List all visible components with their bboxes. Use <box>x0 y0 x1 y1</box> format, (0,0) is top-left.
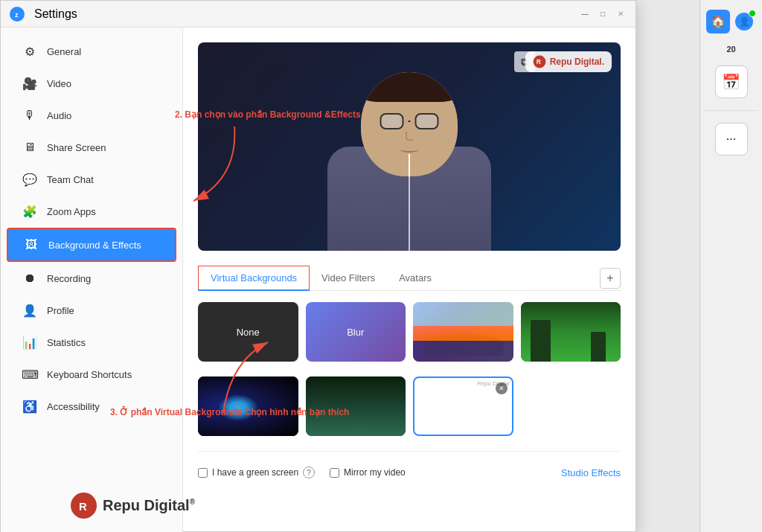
right-panel: 🏠 👤 20 📅 ··· <box>699 0 762 532</box>
repu-digital-text: Repu Digital® <box>103 497 195 514</box>
background-green-nature[interactable] <box>521 302 621 362</box>
tab-video-filters[interactable]: Video Filters <box>310 266 387 291</box>
empty-slot <box>521 376 621 436</box>
repu-digital-branding: R Repu Digital® <box>71 493 195 519</box>
sidebar-item-background-effects[interactable]: 🖼 Background & Effects <box>7 228 176 262</box>
mirror-video-label: Mirror my video <box>344 467 406 478</box>
profile-icon: 👤 <box>22 302 38 318</box>
team-chat-icon: 💬 <box>22 171 38 188</box>
panel-icon-2[interactable]: 👤 <box>732 10 756 33</box>
sidebar-item-profile[interactable]: 👤 Profile <box>7 295 176 326</box>
background-grid: None Blur <box>198 302 621 362</box>
settings-title: Settings <box>34 7 77 21</box>
green-screen-checkbox[interactable] <box>198 468 208 478</box>
settings-titlebar: z Settings — □ ✕ <box>1 1 635 28</box>
sidebar-item-keyboard-shortcuts[interactable]: ⌨ Keyboard Shortcuts <box>7 359 176 390</box>
audio-icon: 🎙 <box>22 107 38 124</box>
add-background-button[interactable]: + <box>600 268 621 289</box>
background-golden-gate[interactable] <box>413 302 513 362</box>
remove-background-button[interactable]: ✕ <box>496 382 508 394</box>
accessibility-icon: ♿ <box>22 398 38 414</box>
svg-text:z: z <box>15 11 19 19</box>
svg-text:R: R <box>79 500 87 513</box>
green-screen-help-icon[interactable]: ? <box>303 467 315 478</box>
green-screen-option[interactable]: I have a green screen ? <box>198 467 315 478</box>
panel-icon-more[interactable]: ··· <box>715 123 748 156</box>
statistics-icon: 📊 <box>22 334 38 350</box>
sidebar-item-zoom-apps[interactable]: 🧩 Zoom Apps <box>7 196 176 227</box>
panel-icon-calendar[interactable]: 📅 <box>715 65 748 98</box>
titlebar-controls: — □ ✕ <box>579 8 627 20</box>
settings-window: z Settings — □ ✕ ⚙ General 🎥 Video 🎙 Aud… <box>0 0 636 532</box>
close-button[interactable]: ✕ <box>615 8 627 20</box>
repu-logo-circle: R <box>71 493 97 519</box>
background-none[interactable]: None <box>198 302 298 362</box>
background-tabs: Virtual Backgrounds Video Filters Avatar… <box>198 266 621 291</box>
recording-icon: ⏺ <box>22 270 38 286</box>
zoom-apps-icon: 🧩 <box>22 203 38 219</box>
sidebar-item-statistics[interactable]: 📊 Statistics <box>7 327 176 358</box>
zoom-logo-icon: z <box>10 7 25 22</box>
sidebar-item-recording[interactable]: ⏺ Recording <box>7 263 176 294</box>
sidebar-item-video[interactable]: 🎥 Video <box>7 68 176 99</box>
settings-body: ⚙ General 🎥 Video 🎙 Audio 🖥 Share Screen… <box>1 28 635 532</box>
green-screen-label: I have a green screen <box>212 467 298 478</box>
annotation-step2: 2. Bạn chọn vào phần Background &Effects <box>175 108 361 122</box>
sidebar-item-general[interactable]: ⚙ General <box>7 36 176 67</box>
keyboard-shortcuts-icon: ⌨ <box>22 366 38 382</box>
general-icon: ⚙ <box>22 43 38 60</box>
panel-icon-1[interactable]: 🏠 <box>706 10 730 33</box>
video-icon: 🎥 <box>22 75 38 92</box>
annotation-step3: 3. Ở phần Virtual Backgrounds Chọn hình … <box>110 406 349 420</box>
settings-sidebar: ⚙ General 🎥 Video 🎙 Audio 🖥 Share Screen… <box>1 28 183 532</box>
minimize-button[interactable]: — <box>579 8 591 20</box>
video-preview: ⧉ R Repu Digital. <box>198 42 621 251</box>
panel-number: 20 <box>726 45 735 54</box>
background-custom-selected[interactable]: Repu Digital ✕ <box>413 376 513 436</box>
background-blur[interactable]: Blur <box>306 302 406 362</box>
sidebar-item-team-chat[interactable]: 💬 Team Chat <box>7 164 176 195</box>
tab-virtual-backgrounds[interactable]: Virtual Backgrounds <box>198 266 310 291</box>
sidebar-item-audio[interactable]: 🎙 Audio <box>7 100 176 131</box>
maximize-button[interactable]: □ <box>597 8 609 20</box>
bottom-controls: I have a green screen ? Mirror my video … <box>198 451 621 478</box>
sidebar-item-share-screen[interactable]: 🖥 Share Screen <box>7 132 176 163</box>
svg-text:R: R <box>536 58 540 65</box>
share-screen-icon: 🖥 <box>22 139 38 156</box>
mirror-video-option[interactable]: Mirror my video <box>330 467 406 478</box>
background-effects-icon: 🖼 <box>23 237 39 253</box>
tab-avatars[interactable]: Avatars <box>387 266 444 291</box>
mirror-video-checkbox[interactable] <box>330 468 339 478</box>
repu-logo-overlay: R Repu Digital. <box>525 51 612 72</box>
settings-content: ⧉ R Repu Digital. Virtual Backgrounds Vi… <box>183 28 635 532</box>
studio-effects-link[interactable]: Studio Effects <box>561 467 621 478</box>
